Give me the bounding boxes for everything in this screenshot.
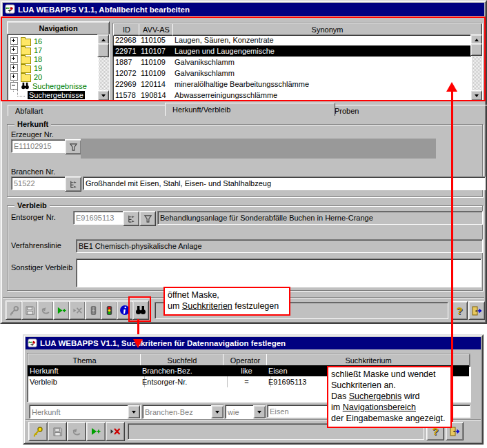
main-window-title: LUA WEBAPPS V1.1, Abfallbericht bearbeit… [18,6,190,14]
table-row[interactable]: 22968 110105 Laugen, Säuren, Konzentrate [113,34,471,45]
sonstiger-verbleib-label: Sonstiger Verbleib [11,263,72,272]
sonstiger-verbleib-textarea[interactable] [76,258,481,287]
lock-off-button[interactable] [85,301,101,320]
help-button[interactable]: ? [451,301,468,320]
branchen-input[interactable]: 51522 [11,176,68,190]
annotation-arrowhead-down [133,339,143,348]
folder-icon [21,57,31,64]
save-button[interactable] [48,422,67,441]
undo-button[interactable] [37,301,54,320]
tree-elbow-connector [17,90,25,96]
save-icon [25,305,35,316]
execute-button[interactable] [53,301,70,320]
entsorger-text-field[interactable]: Behandlungsanlage für Sonderabfälle Buch… [157,211,483,225]
annotation-connector-line [451,90,453,422]
save-button[interactable] [21,301,38,320]
tree-item-16[interactable]: 16 [10,37,42,45]
suchfeld-select[interactable]: Branchen-Bez [142,405,224,419]
plus-box-icon[interactable] [10,46,18,54]
operator-select[interactable]: wie [225,405,266,419]
cancel-button[interactable] [106,422,125,441]
verbleib-legend: Verbleib [14,201,50,210]
navigation-tree: 16 17 18 19 20 S [7,34,110,101]
lov-list-icon [127,214,136,223]
chevron-down-icon[interactable] [253,405,266,418]
save-icon [52,427,63,437]
tree-item-17[interactable]: 17 [10,45,42,54]
folder-icon [21,48,31,55]
thema-select[interactable]: Herkunft [29,405,141,419]
chevron-down-icon[interactable] [128,405,140,418]
tab-proben[interactable]: Proben [327,105,487,116]
entsorger-lov-button[interactable] [123,211,139,226]
main-window: LUA WEBAPPS V1.1, Abfallbericht bearbeit… [0,0,487,324]
exit-button[interactable] [468,301,485,320]
cancel-button[interactable] [69,301,86,320]
folder-icon [21,65,31,73]
entsorger-input[interactable]: E91695113 [73,211,126,225]
annotation-note-open: öffnet Maske, um Suchkriterien festzuleg… [163,287,290,316]
exit-door-icon [471,305,482,316]
screenshot-root: { "colors": { "titlebar": "#000080", "wi… [0,0,487,448]
table-scrollbar-thumb[interactable] [470,43,482,56]
herkunft-legend: Herkunft [14,120,51,128]
plus-box-icon[interactable] [10,37,18,45]
annotation-highlight-binoculars [128,296,151,322]
arrow-down-icon [101,94,106,97]
navigation-header: Navigation [7,21,110,35]
tab-herkunft-verbleib-active[interactable]: Herkunft/Verbleib [165,103,335,116]
traffic-light-icon [104,305,115,316]
execute-button[interactable] [86,422,106,441]
tree-item-19[interactable]: 19 [10,63,42,72]
erzeuger-input[interactable]: E11102915 [11,139,68,153]
result-table: ID AVV-AS Synonym 22968 110105 Laugen, S… [112,23,483,101]
table-row[interactable]: 12072 110109 Galvanikschlamm [113,68,471,79]
tree-item-20[interactable]: 20 [10,72,42,81]
undo-button[interactable] [67,422,86,441]
folder-icon [21,39,31,46]
lock-on-button[interactable] [101,301,117,320]
plus-box-icon[interactable] [10,64,18,72]
plus-box-icon[interactable] [10,55,18,63]
branchen-lov-button[interactable] [65,176,81,192]
execute-icon [90,426,101,437]
tree-scroll-down-button[interactable] [97,90,109,101]
nrw-crest-icon [5,4,15,14]
cancel-icon [110,426,121,437]
table-row[interactable]: 1887 110109 Galvanikschlamm [113,57,471,68]
tab-abfallart[interactable]: Abfallart [8,105,173,116]
query-key-button[interactable] [28,422,48,441]
branchen-text-field[interactable]: Großhandel mit Eisen, Stahl, Eisen- und … [83,176,486,190]
table-row-selected[interactable]: 22971 110107 Laugen und Laugengemische [113,45,471,57]
traffic-light-off-icon [88,305,99,316]
arrow-down-icon [475,94,479,97]
main-titlebar[interactable]: LUA WEBAPPS V1.1, Abfallbericht bearbeit… [3,3,484,16]
annotation-note-close: schließt Maske und wendet Suchkriterien … [327,366,452,428]
chevron-down-icon[interactable] [211,405,223,418]
entsorger-filter-button[interactable] [139,211,156,226]
nrw-crest-icon [28,338,37,348]
table-scroll-down-button[interactable] [470,90,482,101]
dialog-titlebar[interactable]: LUA WEBAPPS V1.1, Suchkriterien für Date… [26,337,481,349]
table-row[interactable]: 22969 120114 mineralölhaltige Bearbeitun… [113,79,471,90]
tree-scrollbar-thumb[interactable] [97,43,109,57]
undo-icon [41,305,51,316]
entsorger-label: Entsorger Nr. [11,213,56,221]
verfahrenslinie-field[interactable]: BE1 Chemisch-physikalische Anlage [76,239,483,253]
table-row[interactable]: 11578 190814 Abwasserreinigungsschlämme [113,90,471,100]
cancel-icon [72,305,83,316]
filter-funnel-icon [143,214,152,223]
arrow-up-icon [101,39,106,41]
plus-box-icon[interactable] [10,73,18,81]
erzeuger-filter-button[interactable] [65,139,81,154]
query-key-button[interactable] [6,301,22,320]
tree-selected-label[interactable]: Suchergebnisse [28,91,85,99]
redacted-block [81,139,436,159]
undo-icon [72,427,82,437]
dialog-window-title: LUA WEBAPPS V1.1, Suchkriterien für Date… [40,339,286,347]
tree-item-18[interactable]: 18 [10,54,42,63]
verfahrenslinie-label: Verfahrenslinie [11,241,61,250]
minus-box-icon[interactable] [10,82,18,90]
key-icon [32,426,43,437]
tree-item-suchergebnisse-result[interactable]: Suchergebnisse [17,90,85,99]
